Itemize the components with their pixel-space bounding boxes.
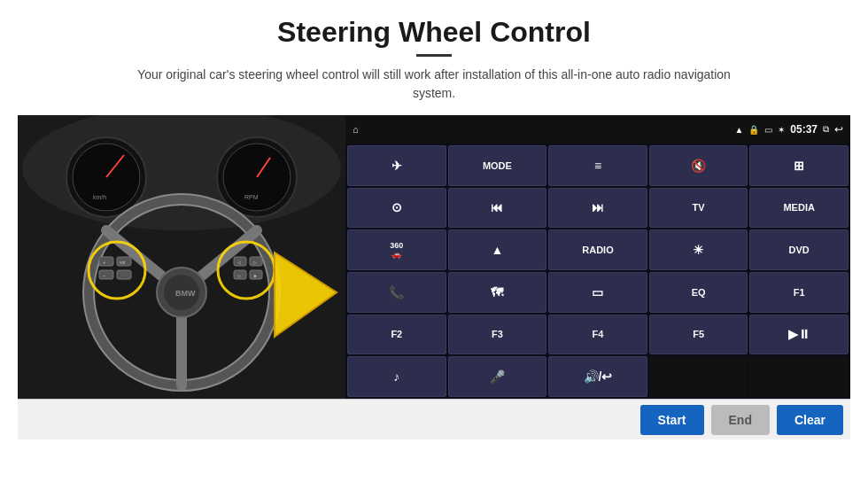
f2-btn[interactable]: F2	[347, 315, 446, 355]
svg-text:+: +	[103, 260, 106, 265]
button-grid: ✈ MODE ≡ 🔇 ⊞ ⊙ ⏮ ⏭ TV MEDIA 360🚗 ▲ RADIO…	[345, 144, 850, 399]
svg-text:◈: ◈	[253, 273, 257, 278]
bt-icon: ✶	[778, 125, 785, 135]
cam360-btn[interactable]: 360🚗	[347, 229, 446, 270]
phone-btn[interactable]: 📞	[347, 272, 446, 313]
svg-text:◇: ◇	[237, 273, 241, 278]
clear-button[interactable]: Clear	[777, 405, 843, 435]
back-nav-icon[interactable]: ↩	[834, 123, 843, 136]
svg-rect-19	[99, 257, 113, 266]
svg-text:BMW: BMW	[175, 289, 196, 298]
f5-btn[interactable]: F5	[649, 315, 748, 355]
status-left: ⌂	[353, 124, 359, 135]
page-wrapper: Steering Wheel Control Your original car…	[0, 0, 868, 482]
svg-text:📞: 📞	[119, 273, 125, 279]
empty1	[649, 356, 748, 397]
time-display: 05:37	[790, 123, 818, 136]
play-pause-btn[interactable]: ▶⏸	[749, 315, 849, 355]
end-button[interactable]: End	[711, 405, 770, 435]
empty2	[749, 356, 849, 397]
vol-phone-btn[interactable]: 🔊/↩	[548, 356, 647, 397]
mic-btn[interactable]: 🎤	[448, 356, 547, 397]
lock-icon: 🔒	[748, 125, 759, 135]
svg-text:−: −	[103, 273, 106, 278]
control-panel: ⌂ ▲ 🔒 ▭ ✶ 05:37 ⧉ ↩ ✈ MODE ≡ 🔇	[345, 115, 850, 399]
sd-icon: ▭	[764, 125, 772, 135]
mode-btn[interactable]: MODE	[448, 145, 547, 186]
eject-btn[interactable]: ▲	[448, 229, 547, 270]
status-right: ▲ 🔒 ▭ ✶ 05:37 ⧉ ↩	[734, 123, 843, 136]
f4-btn[interactable]: F4	[548, 315, 647, 355]
list-btn[interactable]: ≡	[548, 145, 647, 186]
apps-btn[interactable]: ⊞	[749, 145, 849, 186]
page-title: Steering Wheel Control	[277, 16, 591, 49]
window-icon: ⧉	[823, 124, 829, 135]
svg-text:◁: ◁	[237, 260, 241, 265]
f1-btn[interactable]: F1	[749, 272, 849, 313]
prev-btn[interactable]: ⏮	[448, 188, 547, 229]
map-btn[interactable]: 🗺	[448, 272, 547, 313]
svg-text:vol: vol	[120, 260, 125, 265]
steering-wheel-image: km/h RPM BMW +	[18, 115, 345, 399]
svg-text:RPM: RPM	[244, 194, 259, 200]
settings-btn[interactable]: ⊙	[347, 188, 446, 229]
media-btn[interactable]: MEDIA	[749, 188, 849, 229]
page-subtitle: Your original car's steering wheel contr…	[133, 66, 735, 103]
home-icon[interactable]: ⌂	[353, 124, 359, 135]
eq-btn[interactable]: EQ	[649, 272, 748, 313]
svg-text:▷: ▷	[253, 260, 257, 265]
music-btn[interactable]: ♪	[347, 356, 446, 397]
action-bar: Start End Clear	[18, 399, 850, 439]
start-button[interactable]: Start	[640, 405, 704, 435]
status-bar: ⌂ ▲ 🔒 ▭ ✶ 05:37 ⧉ ↩	[345, 115, 850, 144]
screen-btn[interactable]: ▭	[548, 272, 647, 313]
nav-btn[interactable]: ✈	[347, 145, 446, 186]
f3-btn[interactable]: F3	[448, 315, 547, 355]
title-divider	[416, 54, 452, 57]
content-row: km/h RPM BMW +	[18, 115, 850, 399]
svg-rect-21	[99, 270, 113, 279]
wifi-icon: ▲	[734, 125, 743, 135]
svg-text:km/h: km/h	[93, 194, 106, 200]
brightness-btn[interactable]: ☀	[649, 229, 748, 270]
dvd-btn[interactable]: DVD	[749, 229, 849, 270]
next-btn[interactable]: ⏭	[548, 188, 647, 229]
tv-btn[interactable]: TV	[649, 188, 748, 229]
mute-btn[interactable]: 🔇	[649, 145, 748, 186]
radio-btn[interactable]: RADIO	[548, 229, 647, 270]
